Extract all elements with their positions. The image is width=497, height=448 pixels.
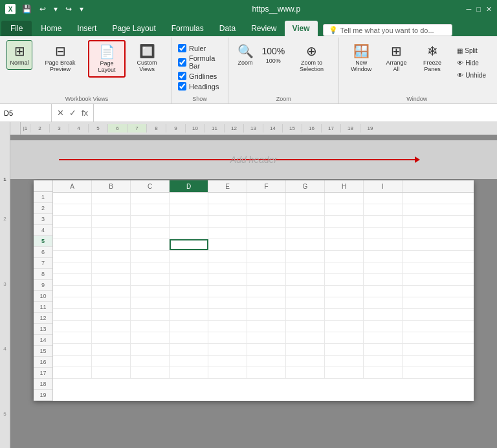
tab-file[interactable]: File <box>1 21 32 36</box>
table-row <box>53 262 474 274</box>
gridlines-check[interactable] <box>178 72 186 80</box>
cell-g1[interactable] <box>286 193 325 204</box>
tell-me-box[interactable]: 💡 Tell me what you want to do... <box>323 24 452 36</box>
hide-icon: 👁 <box>457 59 463 67</box>
gridlines-checkbox[interactable]: Gridlines <box>178 72 221 80</box>
normal-label: Normal <box>10 60 29 67</box>
zoom-label: Zoom <box>276 94 291 102</box>
col-header-g[interactable]: G <box>286 180 325 192</box>
cell-b1[interactable] <box>92 193 131 204</box>
zoom-label: Zoom <box>238 60 253 67</box>
hide-button[interactable]: 👁 Hide <box>452 58 491 69</box>
table-row <box>53 309 474 321</box>
tab-data[interactable]: Data <box>212 21 243 36</box>
tab-review[interactable]: Review <box>243 21 284 36</box>
zoom-button[interactable]: 🔍 Zoom <box>232 40 258 70</box>
freeze-panes-button[interactable]: ❄ Freeze Panes <box>414 40 451 76</box>
tab-home[interactable]: Home <box>33 21 69 36</box>
save-button[interactable]: 💾 <box>19 3 34 15</box>
normal-icon: ⊞ <box>14 43 25 59</box>
col-header-d[interactable]: D <box>170 180 208 192</box>
page-shadow: Add header 1 2 3 4 5 6 <box>10 135 497 406</box>
undo-dropdown[interactable]: ▾ <box>51 3 60 15</box>
left-ruler-mark-4: 4 <box>3 343 6 354</box>
page-layout-label: Page Layout <box>93 61 120 74</box>
row-num-8: 8 <box>34 269 52 280</box>
row-num-10: 10 <box>34 291 52 302</box>
window-buttons-row: 🪟 New Window ⊞ Arrange All ❄ Freeze Pane… <box>343 40 491 81</box>
headings-check[interactable] <box>178 82 186 91</box>
show-group: Ruler Formula Bar Gridlines Headings Sho… <box>171 37 228 103</box>
excel-icon: X <box>5 4 16 14</box>
ruler-check[interactable] <box>178 44 186 52</box>
undo-button[interactable]: ↩ <box>37 3 49 15</box>
arrange-all-button[interactable]: ⊞ Arrange All <box>381 40 412 76</box>
title-bar: X 💾 ↩ ▾ ↪ ▾ https__www.p ─ □ ✕ <box>0 0 497 18</box>
cell-c1[interactable] <box>131 193 170 204</box>
restore-button[interactable]: □ <box>476 5 481 14</box>
table-row <box>53 332 474 344</box>
formula-bar-checkbox[interactable]: Formula Bar <box>178 54 221 70</box>
zoom-to-selection-button[interactable]: ⊕ Zoom to Selection <box>289 40 335 76</box>
ruler-checkbox[interactable]: Ruler <box>178 44 221 52</box>
formula-input[interactable] <box>94 109 497 117</box>
page-break-label: Page Break Preview <box>38 60 82 73</box>
tab-insert[interactable]: Insert <box>69 21 104 36</box>
grid-main: A B C D E F G H I <box>53 180 474 401</box>
custom-views-button[interactable]: 🔲 Custom Views <box>127 40 167 76</box>
arrange-all-label: Arrange All <box>385 60 408 73</box>
table-row <box>53 216 474 228</box>
tab-view[interactable]: View <box>285 21 318 36</box>
new-window-label: New Window <box>348 60 375 73</box>
window-small-buttons: ▦ Split 👁 Hide 👁 Unhide <box>452 40 491 81</box>
cell-f1[interactable] <box>247 193 286 204</box>
page-layout-view-button[interactable]: 📄 Page Layout <box>88 40 126 78</box>
col-header-h[interactable]: H <box>325 180 364 192</box>
page-header-area[interactable]: Add header <box>10 140 497 179</box>
col-header-b[interactable]: B <box>92 180 131 192</box>
customize-qat[interactable]: ▾ <box>77 3 86 15</box>
redo-button[interactable]: ↪ <box>63 3 74 15</box>
zoom-100-button[interactable]: 100% 100% <box>260 40 287 68</box>
row-numbers: 1 2 3 4 5 6 7 8 9 10 11 12 13 <box>34 180 53 401</box>
row-num-15: 15 <box>34 346 52 357</box>
unhide-button[interactable]: 👁 Unhide <box>452 70 491 81</box>
cell-a1[interactable] <box>53 193 92 204</box>
cell-d1[interactable] <box>170 193 208 204</box>
col-header-i[interactable]: I <box>364 180 403 192</box>
headings-checkbox[interactable]: Headings <box>178 82 221 91</box>
row-num-14: 14 <box>34 335 52 346</box>
table-row <box>53 344 474 356</box>
cell-h1[interactable] <box>325 193 364 204</box>
col-header-e[interactable]: E <box>208 180 247 192</box>
formula-bar-check[interactable] <box>178 58 186 67</box>
new-window-button[interactable]: 🪟 New Window <box>343 40 379 76</box>
cell-e1[interactable] <box>208 193 247 204</box>
normal-view-button[interactable]: ⊞ Normal <box>6 40 32 70</box>
col-header-c[interactable]: C <box>131 180 170 192</box>
cell-d5-selected[interactable] <box>170 239 208 250</box>
page-break-preview-button[interactable]: ⊟ Page Break Preview <box>34 40 87 76</box>
minimize-button[interactable]: ─ <box>467 5 472 14</box>
freeze-panes-icon: ❄ <box>427 43 438 59</box>
col-header-f[interactable]: F <box>247 180 286 192</box>
confirm-formula-button[interactable]: ✓ <box>68 108 78 118</box>
tab-page-layout[interactable]: Page Layout <box>104 21 163 36</box>
show-checkboxes: Ruler Formula Bar Gridlines Headings <box>175 40 224 94</box>
freeze-panes-label: Freeze Panes <box>418 60 447 73</box>
col-header-a[interactable]: A <box>53 180 92 192</box>
close-button[interactable]: ✕ <box>486 5 492 14</box>
content-area[interactable]: |1 2 3 4 5 6 7 8 9 10 11 12 13 14 <box>10 122 497 448</box>
split-button[interactable]: ▦ Split <box>452 45 491 56</box>
cell-i1[interactable] <box>364 193 403 204</box>
app-window: X 💾 ↩ ▾ ↪ ▾ https__www.p ─ □ ✕ File Home… <box>0 0 497 448</box>
ribbon: ⊞ Normal ⊟ Page Break Preview 📄 Page Lay… <box>0 36 497 104</box>
row-num-13: 13 <box>34 324 52 335</box>
insert-function-button[interactable]: fx <box>80 108 89 118</box>
row-num-19: 19 <box>34 390 52 401</box>
page-layout-icon: 📄 <box>99 44 115 59</box>
zoom-100-label: 100% <box>266 58 281 65</box>
tab-formulas[interactable]: Formulas <box>164 21 212 36</box>
cancel-formula-button[interactable]: ✕ <box>56 108 65 118</box>
cell-reference-box[interactable] <box>0 104 52 122</box>
